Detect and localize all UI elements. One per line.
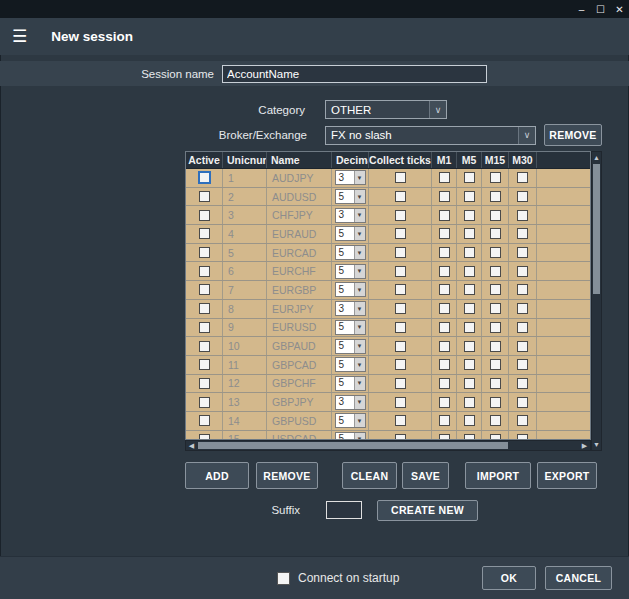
collect-ticks-checkbox[interactable]: [395, 228, 406, 239]
decimals-select[interactable]: 5 ▼: [335, 282, 366, 297]
horizontal-scrollbar[interactable]: ◀ ▶: [185, 440, 591, 451]
collect-ticks-checkbox[interactable]: [395, 359, 406, 370]
m5-checkbox[interactable]: [464, 322, 475, 333]
column-header[interactable]: Collect ticks: [369, 152, 432, 168]
m5-checkbox[interactable]: [464, 303, 475, 314]
m1-checkbox[interactable]: [439, 247, 450, 258]
m5-checkbox[interactable]: [464, 341, 475, 352]
decimals-select[interactable]: 5 ▼: [335, 226, 366, 241]
m5-checkbox[interactable]: [464, 378, 475, 389]
m30-checkbox[interactable]: [517, 266, 528, 277]
active-checkbox[interactable]: [199, 397, 210, 408]
unicnum-cell[interactable]: 7: [223, 281, 267, 299]
name-cell[interactable]: EURUSD: [267, 319, 332, 337]
name-cell[interactable]: GBPCHF: [267, 375, 332, 393]
create-new-button[interactable]: CREATE NEW: [377, 500, 478, 521]
m5-checkbox[interactable]: [464, 228, 475, 239]
m30-checkbox[interactable]: [517, 284, 528, 295]
m1-checkbox[interactable]: [439, 415, 450, 426]
name-cell[interactable]: EURCHF: [267, 262, 332, 280]
decimals-select[interactable]: 5 ▼: [335, 432, 366, 440]
decimals-select[interactable]: 3 ▼: [335, 301, 366, 316]
m15-checkbox[interactable]: [490, 210, 501, 221]
active-checkbox[interactable]: [199, 191, 210, 202]
name-cell[interactable]: EURGBP: [267, 281, 332, 299]
remove-broker-button[interactable]: REMOVE: [544, 124, 602, 146]
m15-checkbox[interactable]: [490, 172, 501, 183]
m5-checkbox[interactable]: [464, 397, 475, 408]
m15-checkbox[interactable]: [490, 322, 501, 333]
m1-checkbox[interactable]: [439, 322, 450, 333]
decimals-select[interactable]: 3 ▼: [335, 170, 366, 185]
m30-checkbox[interactable]: [517, 322, 528, 333]
column-header[interactable]: Unicnum: [223, 152, 267, 168]
name-cell[interactable]: EURAUD: [267, 225, 332, 243]
decimals-select[interactable]: 5 ▼: [335, 413, 366, 428]
scroll-up-icon[interactable]: ▲: [592, 153, 601, 162]
close-button[interactable]: ✕: [610, 0, 629, 18]
m30-checkbox[interactable]: [517, 228, 528, 239]
m15-checkbox[interactable]: [490, 266, 501, 277]
m5-checkbox[interactable]: [464, 172, 475, 183]
m1-checkbox[interactable]: [439, 210, 450, 221]
m15-checkbox[interactable]: [490, 191, 501, 202]
remove-button[interactable]: REMOVE: [256, 462, 318, 489]
name-cell[interactable]: AUDJPY: [267, 169, 332, 187]
collect-ticks-checkbox[interactable]: [395, 322, 406, 333]
m30-checkbox[interactable]: [517, 341, 528, 352]
unicnum-cell[interactable]: 4: [223, 225, 267, 243]
vertical-scrollbar-thumb[interactable]: [593, 164, 600, 294]
m30-checkbox[interactable]: [517, 303, 528, 314]
collect-ticks-checkbox[interactable]: [395, 378, 406, 389]
decimals-select[interactable]: 3 ▼: [335, 208, 366, 223]
column-header[interactable]: M30: [509, 152, 537, 168]
unicnum-cell[interactable]: 12: [223, 375, 267, 393]
name-cell[interactable]: EURJPY: [267, 300, 332, 318]
m30-checkbox[interactable]: [517, 210, 528, 221]
name-cell[interactable]: EURCAD: [267, 244, 332, 262]
active-checkbox[interactable]: [199, 247, 210, 258]
active-checkbox[interactable]: [199, 266, 210, 277]
horizontal-scrollbar-thumb[interactable]: [198, 442, 508, 449]
session-name-input[interactable]: [222, 65, 487, 83]
m15-checkbox[interactable]: [490, 415, 501, 426]
m5-checkbox[interactable]: [464, 359, 475, 370]
unicnum-cell[interactable]: 15: [223, 431, 267, 440]
column-header[interactable]: M5: [457, 152, 482, 168]
decimals-select[interactable]: 5 ▼: [335, 357, 366, 372]
active-checkbox[interactable]: [199, 172, 210, 183]
m1-checkbox[interactable]: [439, 284, 450, 295]
decimals-select[interactable]: 5 ▼: [335, 245, 366, 260]
m1-checkbox[interactable]: [439, 341, 450, 352]
unicnum-cell[interactable]: 8: [223, 300, 267, 318]
minimize-button[interactable]: –: [572, 0, 591, 18]
unicnum-cell[interactable]: 10: [223, 337, 267, 355]
m15-checkbox[interactable]: [490, 397, 501, 408]
unicnum-cell[interactable]: 1: [223, 169, 267, 187]
m15-checkbox[interactable]: [490, 228, 501, 239]
decimals-select[interactable]: 3 ▼: [335, 395, 366, 410]
m15-checkbox[interactable]: [490, 284, 501, 295]
column-header[interactable]: Name: [267, 152, 332, 168]
active-checkbox[interactable]: [199, 359, 210, 370]
name-cell[interactable]: GBPJPY: [267, 393, 332, 411]
suffix-input[interactable]: [326, 501, 362, 519]
m30-checkbox[interactable]: [517, 247, 528, 258]
import-button[interactable]: IMPORT: [465, 462, 531, 489]
unicnum-cell[interactable]: 11: [223, 356, 267, 374]
column-header[interactable]: M1: [432, 152, 457, 168]
m15-checkbox[interactable]: [490, 378, 501, 389]
hamburger-menu-icon[interactable]: ☰: [12, 28, 27, 45]
m1-checkbox[interactable]: [439, 378, 450, 389]
m30-checkbox[interactable]: [517, 397, 528, 408]
m1-checkbox[interactable]: [439, 266, 450, 277]
column-header[interactable]: Decima: [332, 152, 369, 168]
name-cell[interactable]: GBPUSD: [267, 412, 332, 430]
active-checkbox[interactable]: [199, 322, 210, 333]
m15-checkbox[interactable]: [490, 247, 501, 258]
m1-checkbox[interactable]: [439, 303, 450, 314]
collect-ticks-checkbox[interactable]: [395, 172, 406, 183]
collect-ticks-checkbox[interactable]: [395, 397, 406, 408]
broker-exchange-select[interactable]: FX no slash ∨: [325, 126, 536, 145]
m30-checkbox[interactable]: [517, 191, 528, 202]
